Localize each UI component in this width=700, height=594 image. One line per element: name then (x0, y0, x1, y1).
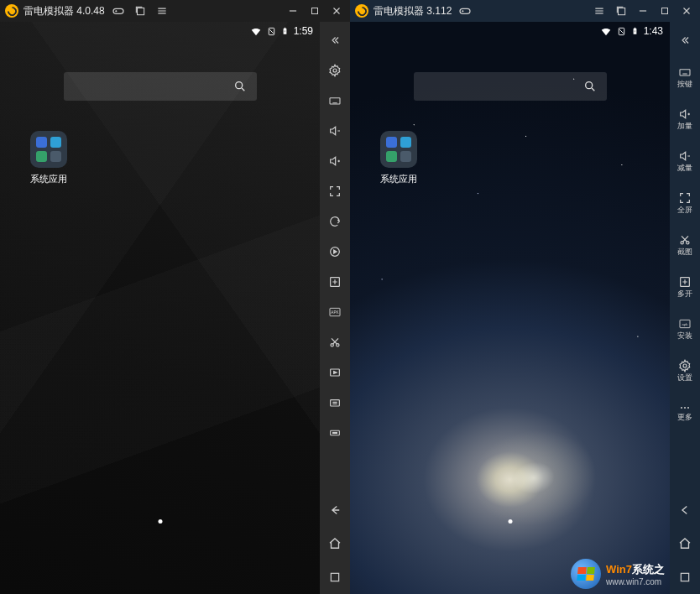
svg-point-28 (585, 82, 592, 89)
gamepad-icon[interactable] (457, 3, 473, 19)
android-recents-button[interactable] (320, 560, 350, 594)
android-screen[interactable]: 1:59 系统应用 (0, 22, 320, 594)
system-apps-folder[interactable]: 系统应用 (24, 131, 74, 185)
watermark-title: 系统之 (632, 563, 665, 576)
android-statusbar: 1:43 (350, 22, 670, 40)
apk-install-button[interactable]: apk安装 (670, 307, 700, 349)
folder-icon (30, 131, 67, 168)
svg-point-30 (681, 241, 683, 243)
folder-label: 系统应用 (30, 173, 67, 185)
record-button[interactable] (320, 357, 350, 388)
android-home-button[interactable] (320, 527, 350, 560)
minimize-button[interactable] (285, 3, 301, 19)
keymap-button[interactable] (320, 86, 350, 116)
screenshot-label: 截图 (677, 248, 692, 256)
multi-instance-button[interactable] (320, 267, 350, 297)
install-label: 安装 (677, 331, 692, 340)
settings-button[interactable] (320, 55, 350, 86)
volume-up-button[interactable]: 加量 (670, 97, 700, 139)
sync-button[interactable] (320, 237, 350, 267)
svg-rect-16 (331, 400, 340, 406)
watermark-url: www.win7.com (606, 577, 665, 586)
gamepad-icon[interactable] (110, 3, 127, 19)
volume-up-button[interactable] (320, 146, 350, 176)
fullscreen-button[interactable] (320, 176, 350, 206)
svg-rect-39 (681, 573, 688, 581)
menu-icon[interactable] (154, 3, 170, 19)
window-title: 雷电模拟器 3.112 (374, 4, 452, 18)
more-button[interactable]: 更多 (670, 391, 700, 433)
svg-rect-0 (113, 8, 123, 13)
search-bar[interactable] (414, 72, 607, 101)
wifi-icon (600, 25, 612, 37)
rotate-button[interactable] (320, 206, 350, 237)
screenshot-button[interactable] (320, 327, 350, 357)
android-back-button[interactable] (670, 493, 700, 527)
apk-install-button[interactable]: APK (320, 297, 350, 327)
svg-point-36 (681, 407, 682, 409)
multi-instance-button[interactable]: 多开 (670, 265, 700, 307)
svg-point-7 (333, 69, 337, 72)
volume-down-button[interactable]: 减量 (670, 139, 700, 181)
collapse-sidebar-button[interactable] (670, 25, 700, 55)
minimize-button[interactable] (635, 3, 651, 19)
maximize-button[interactable] (306, 3, 323, 19)
svg-point-6 (235, 82, 242, 89)
search-icon (233, 80, 247, 93)
page-indicator (158, 519, 162, 524)
svg-point-18 (332, 432, 333, 433)
multi-window-icon[interactable] (613, 3, 629, 19)
vol-down-label: 减量 (677, 164, 692, 172)
maximize-button[interactable] (656, 3, 673, 19)
android-back-button[interactable] (320, 493, 350, 527)
sim-icon (617, 26, 626, 37)
svg-text:apk: apk (682, 322, 689, 326)
svg-point-19 (334, 432, 335, 433)
watermark: Win7系统之 www.win7.com (571, 559, 665, 589)
sidebar: 按键 加量 减量 全屏 截图 多开 apk安装 设置 更多 (670, 22, 700, 594)
fullscreen-button[interactable]: 全屏 (670, 181, 700, 223)
sim-icon (267, 26, 276, 37)
wallpaper-galaxy (350, 22, 670, 594)
svg-rect-29 (680, 69, 690, 75)
android-recents-button[interactable] (670, 560, 700, 594)
svg-point-14 (337, 344, 339, 346)
android-home-button[interactable] (670, 527, 700, 560)
settings-button[interactable]: 设置 (670, 349, 700, 391)
close-button[interactable] (678, 3, 695, 19)
clock: 1:43 (644, 25, 663, 37)
collapse-sidebar-button[interactable] (320, 25, 350, 55)
search-bar[interactable] (64, 72, 257, 101)
sidebar: APK (320, 22, 350, 594)
fullscreen-label: 全屏 (677, 206, 692, 214)
svg-point-37 (684, 407, 686, 409)
page-indicator (508, 519, 512, 524)
wifi-icon (250, 25, 262, 37)
titlebar: 雷电模拟器 3.112 (350, 0, 700, 22)
folder-label: 系统应用 (380, 173, 417, 185)
volume-down-button[interactable] (320, 116, 350, 146)
svg-rect-22 (460, 8, 470, 13)
multi-window-icon[interactable] (132, 3, 149, 19)
system-apps-folder[interactable]: 系统应用 (374, 131, 424, 185)
wallpaper-dark (0, 22, 320, 594)
svg-rect-21 (331, 573, 338, 581)
windows-logo-icon (571, 559, 601, 589)
svg-rect-2 (312, 8, 318, 14)
svg-text:APK: APK (331, 310, 339, 315)
keymap-button[interactable]: 按键 (670, 55, 700, 97)
search-icon (583, 80, 597, 93)
android-screen[interactable]: 1:43 系统应用 Win7系统之 www.win7.com (350, 22, 670, 594)
folder-icon (380, 131, 417, 168)
app-logo-icon (355, 4, 368, 18)
close-button[interactable] (328, 3, 345, 19)
watermark-brand: Win7 (606, 563, 632, 576)
screenshot-button[interactable]: 截图 (670, 223, 700, 265)
more-button[interactable] (320, 418, 350, 448)
keymap-label: 按键 (677, 80, 692, 88)
clock: 1:59 (294, 25, 313, 37)
window-title: 雷电模拟器 4.0.48 (24, 4, 105, 18)
shared-folder-button[interactable] (320, 388, 350, 418)
svg-rect-23 (619, 8, 625, 15)
menu-icon[interactable] (591, 3, 608, 19)
